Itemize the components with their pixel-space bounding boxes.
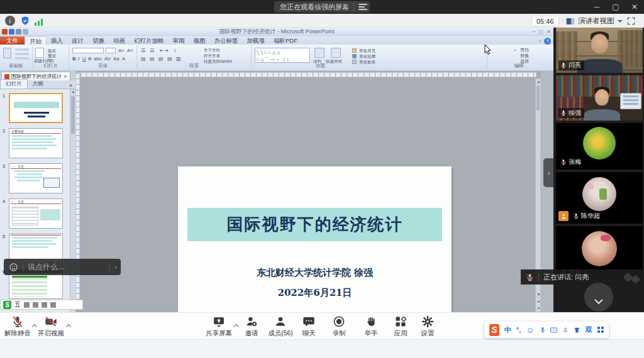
maximize-button[interactable]: ▢ <box>606 0 625 14</box>
numbering-icon[interactable]: ☱ <box>150 48 154 53</box>
align-center-icon[interactable]: ▤ <box>150 56 155 62</box>
share-screen-button[interactable]: 共享屏幕 <box>201 315 236 338</box>
collapse-chat-icon[interactable]: ‹ <box>114 263 117 271</box>
tab-design[interactable]: 设计 <box>67 36 88 45</box>
ime-voice-icon[interactable] <box>540 326 546 334</box>
quick-access-toolbar[interactable] <box>2 29 28 35</box>
ime-mode-chinese[interactable]: 中 <box>504 325 511 335</box>
strikethrough-icon[interactable]: S <box>88 56 91 62</box>
reset-button[interactable]: 重设 <box>48 53 56 58</box>
ime-pen-icon[interactable] <box>33 302 38 308</box>
sogou-logo-icon[interactable]: S <box>489 324 499 336</box>
tab-animations[interactable]: 动画 <box>109 36 130 45</box>
meeting-info-icon[interactable]: i <box>5 16 15 26</box>
ime-skin-icon[interactable] <box>574 326 580 334</box>
scroll-thumb[interactable] <box>71 96 75 134</box>
doc-close-icon[interactable]: ✕ <box>64 74 67 79</box>
tab-review[interactable]: 审阅 <box>169 36 189 45</box>
tab-outline-pane[interactable]: 大纲 <box>28 80 48 89</box>
indent-icons[interactable]: ⇤⇥ <box>160 48 168 53</box>
format-painter-button[interactable] <box>15 57 29 60</box>
bold-icon[interactable]: B <box>72 56 76 62</box>
ppt-minimize-icon[interactable]: ─ <box>532 29 536 35</box>
font-name-select[interactable] <box>72 48 104 53</box>
ime-keyboard-icon[interactable] <box>42 302 47 308</box>
align-left-icon[interactable]: ▤ <box>141 56 146 62</box>
participant-video-zhangmei[interactable]: 张梅 <box>556 123 643 170</box>
minimize-button[interactable]: ─ <box>587 0 606 14</box>
text-direction-button[interactable]: 文字方向 <box>204 48 220 53</box>
tab-view[interactable]: 视图 <box>189 36 210 45</box>
tab-insert[interactable]: 插入 <box>47 36 67 45</box>
scroll-down-icon[interactable]: ▼ <box>536 292 541 298</box>
slide-thumbnail-3[interactable]: 3 一、引言 <box>9 163 66 193</box>
layout-button[interactable]: 版式 <box>48 48 56 53</box>
tab-foxitpdf[interactable]: 福昕PDF <box>269 36 302 45</box>
participant-video-yanliang[interactable]: 闫亮 <box>556 28 643 73</box>
font-size-select[interactable] <box>106 48 116 53</box>
participant-video-chenhuachao[interactable]: 陈华超 <box>556 172 643 224</box>
tab-slideshow[interactable]: 幻灯片放映 <box>130 36 169 45</box>
ppt-close-icon[interactable]: ✕ <box>547 29 551 35</box>
ppt-restore-icon[interactable]: ▢ <box>538 29 543 35</box>
network-signal-icon[interactable] <box>35 16 45 26</box>
ime-toolbox-icon[interactable] <box>50 302 56 308</box>
tab-file[interactable]: 文件 <box>0 36 25 45</box>
copy-button[interactable] <box>15 53 29 55</box>
slide-thumbnail-4[interactable]: 4 一、引言 <box>9 198 66 229</box>
shadow-icon[interactable]: abc <box>94 56 102 62</box>
tab-transitions[interactable]: 切换 <box>88 36 109 45</box>
video-options-caret[interactable] <box>65 319 72 330</box>
view-mode-button[interactable]: 演讲者视图 <box>566 16 623 26</box>
close-button[interactable]: ✕ <box>625 0 644 14</box>
emoji-icon[interactable] <box>9 263 18 272</box>
tab-home[interactable]: 开始 <box>25 36 47 45</box>
next-slide-icon[interactable]: ⏷ <box>536 306 541 312</box>
shapes-gallery[interactable]: ╲╲□○△◇□△⌒⇨☆（） <box>255 48 310 63</box>
ime-user-icon[interactable] <box>562 326 569 334</box>
italic-icon[interactable]: I <box>78 56 79 62</box>
change-case-icon[interactable]: Aa <box>113 56 119 62</box>
previous-slide-icon[interactable]: ⏶ <box>536 299 541 305</box>
settings-button[interactable]: 设置 <box>410 315 445 338</box>
ime-statusbar-right[interactable]: S 中 °, ☺ 双 <box>484 322 609 338</box>
bullets-icon[interactable]: ☰ <box>141 48 145 53</box>
save-icon[interactable] <box>9 29 14 35</box>
start-video-button[interactable]: 开启视频 <box>33 315 69 338</box>
collapse-videos-button[interactable] <box>584 283 613 312</box>
line-spacing-icon[interactable]: ↕ <box>174 48 176 53</box>
participant-video-xuqiang[interactable]: 徐强 <box>556 75 643 121</box>
replace-button[interactable]: 替换 <box>520 53 529 58</box>
font-color-icon[interactable]: A <box>122 56 125 62</box>
ime-shuangpin-icon[interactable]: 双 <box>586 325 592 335</box>
fullscreen-icon[interactable] <box>625 16 636 26</box>
char-spacing-icon[interactable]: AV <box>104 56 111 62</box>
help-icon[interactable]: ? <box>544 38 551 45</box>
underline-icon[interactable]: U <box>82 56 86 62</box>
align-text-button[interactable]: 对齐文本 <box>204 53 220 58</box>
scroll-thumb[interactable] <box>536 85 540 111</box>
shrink-font-icon[interactable]: A˅ <box>127 48 133 53</box>
justify-icon[interactable]: ▤ <box>167 56 172 62</box>
cut-button[interactable] <box>15 48 29 51</box>
shape-outline-button[interactable]: 形状轮廓 <box>359 54 375 59</box>
tab-slides-pane[interactable]: 幻灯片 <box>0 79 28 89</box>
security-shield-icon[interactable] <box>20 16 30 26</box>
align-right-icon[interactable]: ▤ <box>158 56 164 62</box>
quick-styles-icon[interactable] <box>331 48 341 58</box>
sogou-logo-icon[interactable]: S <box>3 301 11 309</box>
shape-fill-button[interactable]: 形状填充 <box>359 48 375 53</box>
unmute-button[interactable]: 解除静音 <box>0 315 35 338</box>
columns-icon[interactable]: ▥ <box>176 56 181 62</box>
paste-button[interactable] <box>3 48 11 58</box>
pane-scrollbar[interactable]: ▲ <box>70 89 75 312</box>
ime-menu-icon[interactable] <box>597 327 604 333</box>
tab-addins[interactable]: 加载项 <box>243 36 270 45</box>
wubi-mode-label[interactable]: 五 <box>14 300 21 309</box>
chat-quick-input[interactable]: 说点什么... ‹ <box>4 259 121 275</box>
grow-font-icon[interactable]: A˄ <box>118 48 125 53</box>
tab-officetab[interactable]: 办公标签 <box>210 36 243 45</box>
slide-thumbnail-2[interactable]: 2 主要内容 <box>9 128 66 158</box>
record-button[interactable]: 录制 <box>321 315 357 338</box>
ime-keyboard-icon[interactable] <box>550 327 557 334</box>
